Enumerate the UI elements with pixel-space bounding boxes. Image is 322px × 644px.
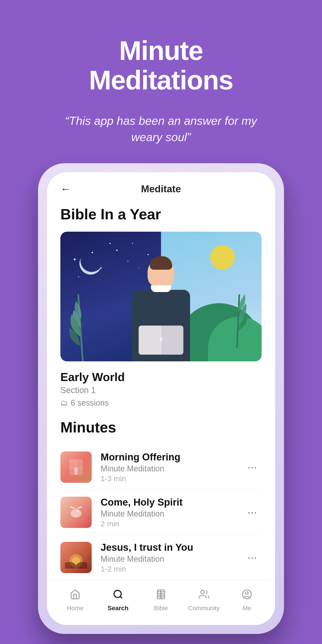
item-name: Jesus, I trust in You [100,542,243,553]
search-label: Search [108,605,128,612]
nav-bible[interactable]: Bible [140,589,182,612]
app-title: Minute Meditations [89,36,233,95]
subsection-detail: Section 1 [60,386,262,395]
book-cross-symbol: ✝ [158,336,164,345]
subsection-info: Early World Section 1 🗂 6 sessions [60,370,262,408]
spirit-art [60,497,92,528]
minutes-title: Minutes [60,419,262,436]
svg-point-16 [246,592,248,594]
more-options-button[interactable]: ··· [243,457,262,477]
community-label: Community [188,605,220,612]
item-thumbnail [60,497,92,528]
bottom-nav: Home Search [47,580,275,625]
screen-title: Meditate [141,183,181,194]
list-item[interactable]: Come, Holy Spirit Minute Meditation 2 mi… [60,490,262,535]
hero-quote: “This app has been an answer for my wear… [60,113,262,145]
community-icon [198,589,209,602]
sessions-icon: 🗂 [60,398,68,407]
plant-right [226,285,248,348]
star-6 [78,276,79,277]
sessions-badge: 🗂 6 sessions [60,398,262,408]
me-label: Me [242,605,251,612]
item-thumbnail [60,542,92,573]
svg-point-12 [114,590,121,598]
svg-point-14 [201,590,204,594]
svg-point-5 [74,468,78,471]
nav-community[interactable]: Community [182,589,226,612]
priest-figure: ✝ [130,258,192,361]
star-8 [132,243,133,244]
jesus-art [60,542,92,573]
item-duration: 1-3 min [100,474,243,483]
priest-book: ✝ [139,326,183,355]
home-label: Home [67,605,84,612]
nav-me[interactable]: Me [226,589,268,612]
item-thumbnail [60,452,92,483]
main-content: Bible In a Year [47,201,275,580]
phone-screen: ← Meditate Bible In a Year [47,172,275,625]
priest-head [148,258,174,288]
book-pages-right [161,326,183,355]
plant-left [69,283,96,361]
more-options-button[interactable]: ··· [243,548,262,568]
item-duration: 2 min [100,520,243,528]
star-7 [116,250,118,251]
hero-section: Minute Meditations “This app has been an… [0,0,322,163]
nav-home[interactable]: Home [54,589,96,612]
bible-icon [156,589,166,602]
bible-label: Bible [154,605,168,612]
item-name: Come, Holy Spirit [100,497,243,508]
me-icon [242,589,252,602]
star-1 [74,258,76,260]
item-category: Minute Meditation [100,509,243,518]
list-item[interactable]: Morning Offering Minute Meditation 1-3 m… [60,445,262,490]
back-button[interactable]: ← [60,183,71,195]
sessions-count: 6 sessions [71,398,109,408]
search-icon [113,589,124,602]
priest-robe: ✝ [132,290,190,361]
more-options-button[interactable]: ··· [243,502,262,522]
item-info: Morning Offering Minute Meditation 1-3 m… [100,452,243,483]
bible-year-title: Bible In a Year [60,206,262,223]
item-info: Jesus, I trust in You Minute Meditation … [100,542,243,573]
item-duration: 1-2 min [100,564,243,573]
morning-art [60,452,92,483]
star-4 [128,261,128,262]
home-icon [70,589,80,602]
top-bar: ← Meditate [47,172,275,201]
subsection-name: Early World [60,370,262,384]
svg-point-7 [77,510,78,512]
priest-collar [151,285,171,292]
item-category: Minute Meditation [100,554,243,564]
phone-mockup: ← Meditate Bible In a Year [38,163,284,634]
item-category: Minute Meditation [100,464,243,474]
star-9 [148,254,149,255]
nav-search[interactable]: Search [96,589,140,612]
item-info: Come, Holy Spirit Minute Meditation 2 mi… [100,497,243,528]
hero-illustration: ✝ [60,232,262,361]
item-name: Morning Offering [100,452,243,463]
list-item[interactable]: Jesus, I trust in You Minute Meditation … [60,535,262,580]
sun-icon [210,245,235,270]
meditation-list: Morning Offering Minute Meditation 1-3 m… [60,445,262,580]
svg-point-6 [70,510,82,518]
star-5 [100,268,102,268]
star-3 [110,243,111,244]
